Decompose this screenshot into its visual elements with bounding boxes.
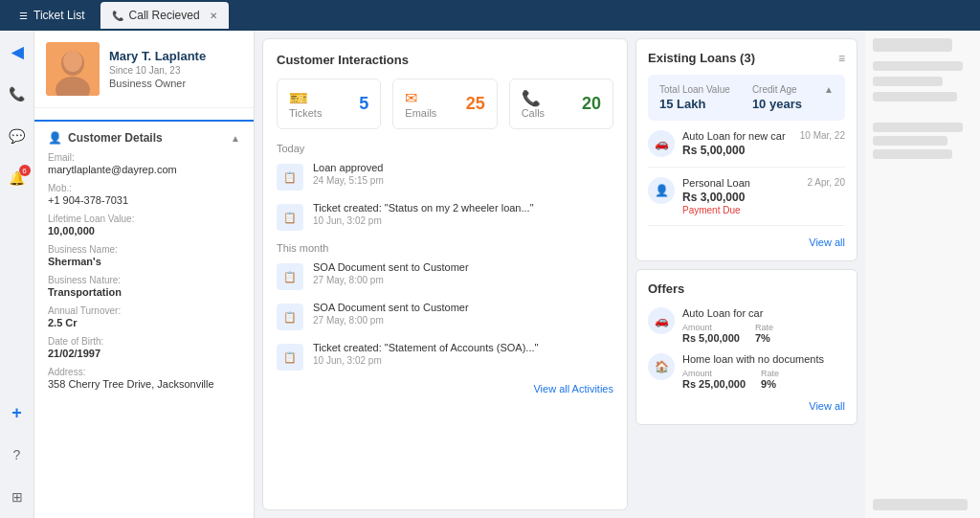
offer-1-icon: 🚗 — [648, 307, 675, 334]
filter-icon[interactable]: ≡ — [838, 52, 845, 65]
activity-title-4: SOA Document sent to Customer — [313, 302, 613, 313]
offers-view-all-link[interactable]: View all — [809, 400, 845, 412]
offer-1-row: Amount Rs 5,00,000 Rate 7% — [682, 323, 845, 344]
tab-ticket-list[interactable]: ☰ Ticket List — [8, 2, 97, 29]
customer-name: Mary T. Laplante — [109, 49, 242, 63]
customer-header: Mary T. Laplante Since 10 Jan, 23 Busine… — [34, 31, 254, 108]
sidebar-help[interactable]: ? — [4, 441, 31, 468]
address-label: Address: — [48, 367, 240, 377]
dob-label: Date of Birth: — [48, 336, 240, 347]
this-month-label: This month — [277, 242, 613, 254]
tickets-icon: 🎫 — [289, 90, 308, 106]
stat-tickets-left: 🎫 Tickets — [289, 89, 322, 119]
stat-calls-left: 📞 Calls — [522, 89, 545, 119]
customer-tab-3[interactable] — [181, 108, 254, 120]
activity-dot-2: 📋 — [277, 204, 303, 231]
business-name-label: Business Name: — [48, 244, 240, 255]
activity-time-3: 27 May, 8:00 pm — [313, 275, 613, 285]
email-label: Email: — [48, 152, 240, 163]
customer-details-header[interactable]: 👤 Customer Details ▲ — [48, 131, 240, 145]
credit-age-label: Credit Age — [752, 84, 802, 95]
loan-1-amount: Rs 5,00,000 — [682, 144, 845, 157]
loans-view-all-link[interactable]: View all — [809, 236, 845, 248]
sidebar-grid[interactable]: ⊞ — [4, 484, 31, 510]
loan-value: 10,00,000 — [48, 225, 240, 236]
customer-details-label: Customer Details — [68, 131, 163, 145]
customer-role: Business Owner — [109, 78, 242, 89]
activity-dot-4: 📋 — [277, 304, 303, 330]
address-value: 358 Cherry Tree Drive, Jacksonville — [48, 378, 240, 390]
activity-title-5: Ticket created: "Statement of Accounts (… — [313, 342, 613, 353]
activity-icon-4: 📋 — [283, 311, 297, 324]
interactions-title: Customer Interactions — [277, 53, 613, 67]
loans-panel: Existing Loans (3) ≡ Total Loan Value 15… — [635, 38, 858, 261]
placeholder-bar-2 — [873, 61, 963, 71]
payment-due-badge: Payment Due — [682, 205, 845, 215]
placeholder-group-2 — [873, 123, 972, 159]
loans-view-all[interactable]: View all — [648, 236, 845, 249]
loans-panel-header: Existing Loans (3) ≡ — [648, 51, 845, 65]
placeholder-bar-5 — [873, 123, 963, 132]
activity-soa-2: 📋 SOA Document sent to Customer 27 May, … — [277, 302, 613, 330]
stat-emails: ✉ Emails 25 — [392, 79, 497, 129]
offer-item-1: 🚗 Auto Loan for car Amount Rs 5,00,000 R… — [648, 307, 845, 344]
business-nature-value: Transportation — [48, 286, 240, 298]
total-loan-value: Total Loan Value 15 Lakh — [659, 84, 730, 111]
activity-dot-1: 📋 — [277, 164, 303, 191]
business-name-value: Sherman's — [48, 256, 240, 267]
customer-tab-2[interactable] — [107, 108, 180, 120]
stat-tickets: 🎫 Tickets 5 — [277, 79, 381, 129]
tab-close-button[interactable]: ✕ — [210, 11, 217, 21]
chevron-up-loans-icon[interactable]: ▲ — [824, 84, 834, 95]
offer-2-name: Home loan with no documents — [682, 353, 845, 365]
calls-value: 20 — [582, 94, 601, 114]
offer-2-rate-value: 9% — [761, 378, 779, 390]
svg-point-3 — [63, 51, 82, 72]
activity-icon-3: 📋 — [283, 271, 297, 283]
emails-value: 25 — [466, 94, 485, 114]
offer-1-rate-label: Rate — [755, 323, 773, 332]
activity-time-2: 10 Jun, 3:02 pm — [313, 215, 613, 226]
loan-2-amount: Rs 3,00,000 — [682, 191, 845, 204]
emails-icon: ✉ — [405, 90, 417, 106]
activity-content-3: SOA Document sent to Customer 27 May, 8:… — [313, 261, 613, 285]
email-value: marytlaplante@dayrep.com — [48, 164, 240, 175]
view-all-activities-link[interactable]: View all Activities — [533, 383, 613, 394]
sidebar-logo[interactable]: ◀ — [4, 38, 31, 65]
help-icon: ? — [13, 447, 21, 462]
today-label: Today — [277, 143, 613, 154]
offer-1-details: Auto Loan for car Amount Rs 5,00,000 Rat… — [682, 307, 845, 344]
tab-call-received[interactable]: 📞 Call Recieved ✕ — [100, 2, 229, 29]
offer-2-rate-label: Rate — [761, 369, 779, 378]
view-all-activities[interactable]: View all Activities — [277, 382, 613, 395]
offers-view-all[interactable]: View all — [648, 399, 845, 413]
activity-time-1: 24 May, 5:15 pm — [313, 175, 613, 186]
total-loan-value-label: Total Loan Value — [659, 84, 730, 95]
offer-item-2: 🏠 Home loan with no documents Amount Rs … — [648, 353, 845, 390]
activity-time-5: 10 Jun, 3:02 pm — [313, 355, 613, 366]
offer-2-amount-value: Rs 25,00,000 — [682, 378, 746, 390]
interactions-panel: Customer Interactions 🎫 Tickets 5 ✉ Emai… — [262, 38, 628, 510]
offer-1-rate-value: 7% — [755, 332, 773, 344]
mob-label: Mob.: — [48, 183, 240, 193]
offer-1-amount-value: Rs 5,00,000 — [682, 332, 740, 344]
customer-tabs — [34, 108, 254, 122]
calls-icon: 📞 — [522, 90, 541, 106]
sidebar-phone[interactable]: 📞 — [4, 80, 31, 107]
sidebar-chat[interactable]: 💬 — [4, 123, 31, 149]
offer-2-details: Home loan with no documents Amount Rs 25… — [682, 353, 845, 390]
activity-dot-5: 📋 — [277, 344, 303, 371]
loan-1-name: Auto Loan for new car — [682, 130, 786, 142]
sidebar-add[interactable]: + — [4, 399, 31, 426]
chevron-up-icon: ▲ — [231, 133, 240, 144]
grid-icon: ⊞ — [11, 489, 23, 505]
sidebar-notification[interactable]: 🔔 6 — [4, 165, 31, 191]
customer-tab-1[interactable] — [34, 108, 107, 122]
loan-2-name: Personal Loan — [682, 177, 750, 189]
offers-title: Offers — [648, 282, 845, 296]
activity-dot-3: 📋 — [277, 263, 303, 290]
far-right-panel — [865, 31, 980, 518]
loan-2-date: 2 Apr, 20 — [808, 177, 845, 189]
activity-loan-approved: 📋 Loan approved 24 May, 5:15 pm — [277, 162, 613, 191]
main-layout: ◀ 📞 💬 🔔 6 + ? ⊞ — [0, 31, 980, 518]
